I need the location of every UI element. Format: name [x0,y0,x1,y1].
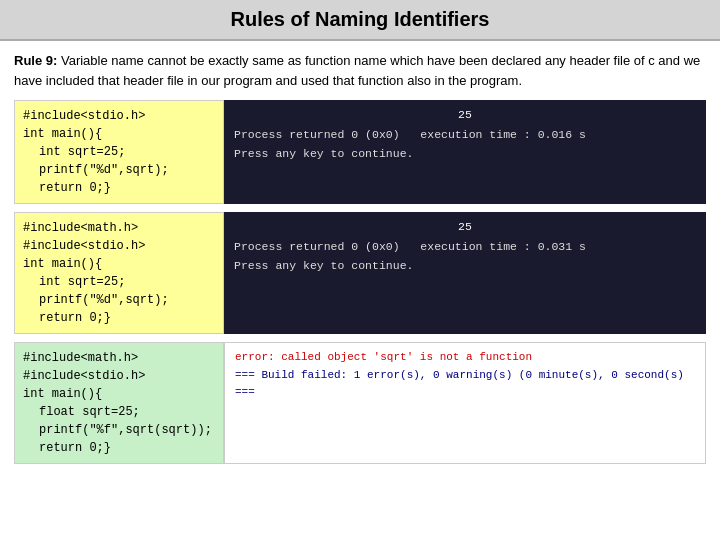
example-row-3: #include<math.h> #include<stdio.h> int m… [14,342,706,464]
code-line: printf("%d",sqrt); [23,161,215,179]
code-line: int main(){ [23,255,215,273]
title-text: Rules of Naming Identifiers [231,8,490,30]
content-area: Rule 9: Variable name cannot be exactly … [0,41,720,540]
build-failed-line: === Build failed: 1 error(s), 0 warning(… [235,367,695,402]
rule-description: Rule 9: Variable name cannot be exactly … [14,51,706,90]
output-number-2: 25 [234,218,696,236]
page: Rules of Naming Identifiers Rule 9: Vari… [0,0,720,540]
example-row-2: #include<math.h> #include<stdio.h> int m… [14,212,706,334]
error-box-3: error: called object 'sqrt' is not a fun… [224,342,706,464]
code-line: #include<stdio.h> [23,237,215,255]
output-line: Press any key to continue. [234,145,696,163]
page-title: Rules of Naming Identifiers [0,0,720,41]
code-line: int main(){ [23,125,215,143]
code-line: #include<stdio.h> [23,107,215,125]
code-box-2: #include<math.h> #include<stdio.h> int m… [14,212,224,334]
code-line: float sqrt=25; [23,403,215,421]
code-line: int sqrt=25; [23,273,215,291]
code-line: return 0;} [23,439,215,457]
output-box-1: 25 Process returned 0 (0x0) execution ti… [224,100,706,204]
code-line: return 0;} [23,179,215,197]
code-box-3: #include<math.h> #include<stdio.h> int m… [14,342,224,464]
code-line: int main(){ [23,385,215,403]
code-line: int sqrt=25; [23,143,215,161]
code-line: printf("%f",sqrt(sqrt)); [23,421,215,439]
examples-list: #include<stdio.h> int main(){ int sqrt=2… [14,100,706,464]
code-line: #include<stdio.h> [23,367,215,385]
code-line: #include<math.h> [23,219,215,237]
output-box-2: 25 Process returned 0 (0x0) execution ti… [224,212,706,334]
example-row-1: #include<stdio.h> int main(){ int sqrt=2… [14,100,706,204]
output-line: Process returned 0 (0x0) execution time … [234,126,696,144]
output-number-1: 25 [234,106,696,124]
output-line: Process returned 0 (0x0) execution time … [234,238,696,256]
output-line: Press any key to continue. [234,257,696,275]
code-line: return 0;} [23,309,215,327]
rule-body: Variable name cannot be exactly same as … [14,53,700,88]
code-box-1: #include<stdio.h> int main(){ int sqrt=2… [14,100,224,204]
rule-label: Rule 9: [14,53,57,68]
code-line: printf("%d",sqrt); [23,291,215,309]
code-line: #include<math.h> [23,349,215,367]
error-line: error: called object 'sqrt' is not a fun… [235,349,695,367]
